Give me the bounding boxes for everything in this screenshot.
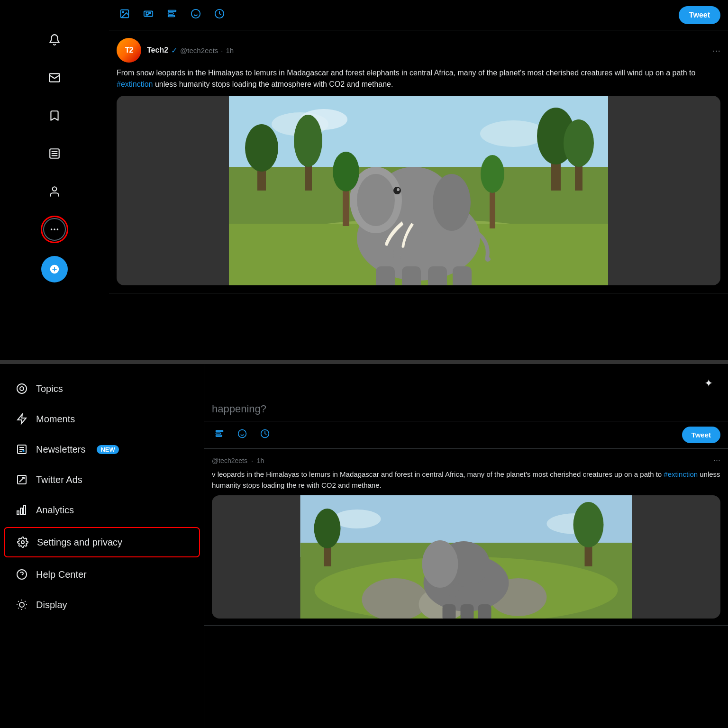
tweet-time-bottom: 1h [257,457,264,464]
gif-icon[interactable] [140,6,156,24]
main-content-bottom: ✦ happening? Tweet @tech2eets · 1h ·· [204,364,728,728]
tweet-more-bottom[interactable]: ··· [713,455,720,465]
author-row-top: Tech2 ✓ @tech2eets · 1h [147,46,234,55]
tweet-button-top[interactable]: Tweet [679,6,720,24]
moments-menu-item[interactable]: Moments [4,405,200,433]
tweet-meta-top: Tech2 ✓ @tech2eets · 1h [147,46,234,55]
compose-toolbar: Tweet [109,0,728,30]
tweet-header-top: T2 Tech2 ✓ @tech2eets · 1h ··· [117,38,720,63]
newsletters-menu-item[interactable]: Newsletters NEW [4,435,200,464]
svg-rect-14 [168,16,175,17]
svg-rect-96 [478,604,491,619]
svg-line-70 [18,608,18,608]
notification-icon[interactable] [43,28,66,51]
image-icon[interactable] [117,6,133,24]
compose-toolbar-bottom: Tweet [204,421,728,449]
display-menu-item[interactable]: Display [4,591,200,619]
svg-point-25 [245,124,278,172]
sidebar-bottom: Topics Moments Newsletters NEW Twitter A… [0,364,204,728]
bookmark-icon[interactable] [43,104,66,127]
main-content-top: Tweet T2 Tech2 ✓ @tech2eets · 1h [109,0,728,360]
svg-rect-59 [24,505,26,515]
settings-privacy-label: Settings and privacy [37,537,122,548]
display-icon [15,598,28,611]
svg-point-75 [238,430,246,438]
svg-point-46 [481,155,504,193]
settings-privacy-menu-item[interactable]: Settings and privacy [4,527,200,557]
svg-point-81 [334,510,381,528]
tweet-image-bottom [212,495,720,619]
svg-point-63 [19,602,24,607]
svg-rect-74 [216,435,222,437]
poll-icon[interactable] [164,6,180,24]
moments-icon [15,412,28,426]
avatar-tech2: T2 [117,38,141,63]
svg-point-86 [573,502,604,547]
svg-marker-51 [18,414,26,424]
tweet-card-top: T2 Tech2 ✓ @tech2eets · 1h ··· From snow… [109,30,728,293]
settings-icon [16,536,29,549]
svg-point-7 [54,228,55,230]
analytics-label: Analytics [36,505,74,516]
more-dots-button[interactable] [43,218,66,241]
hashtag-extinction-top[interactable]: #extinction [117,80,153,88]
topics-menu-item[interactable]: Topics [4,374,200,403]
list-icon[interactable] [43,142,66,165]
svg-rect-42 [402,266,421,285]
mail-icon[interactable] [43,66,66,89]
author-handle-bottom: @tech2eets [212,457,247,464]
tweet-text-bottom: v leopards in the Himalayas to lemurs in… [212,469,720,491]
newsletters-label: Newsletters [36,444,85,455]
analytics-menu-item[interactable]: Analytics [4,496,200,524]
schedule-icon[interactable] [211,6,228,24]
help-center-icon [15,568,28,581]
sidebar-top [0,0,109,360]
topics-label: Topics [36,383,63,394]
help-center-menu-item[interactable]: Help Center [4,560,200,589]
svg-rect-57 [17,511,19,515]
svg-point-10 [122,11,124,13]
sparkle-button[interactable]: ✦ [701,373,717,393]
svg-rect-13 [168,13,173,14]
top-panel: Tweet T2 Tech2 ✓ @tech2eets · 1h [0,0,728,364]
hashtag-extinction-bottom[interactable]: #extinction [664,470,698,478]
svg-point-27 [294,115,322,167]
svg-point-6 [51,228,53,230]
compose-tweet-button[interactable] [41,256,68,282]
poll-icon-bottom[interactable] [212,426,227,444]
emoji-icon-bottom[interactable] [235,426,250,444]
twitter-ads-menu-item[interactable]: Twitter Ads [4,465,200,494]
twitter-ads-label: Twitter Ads [36,474,82,485]
tweet-header-bottom: @tech2eets · 1h ··· [212,455,720,465]
newsletters-new-badge: NEW [97,445,118,454]
svg-point-38 [433,174,471,231]
svg-rect-73 [216,433,221,434]
svg-point-50 [20,387,24,391]
twitter-ads-icon [15,473,28,486]
profile-icon[interactable] [43,180,66,203]
svg-rect-94 [443,604,456,619]
svg-rect-95 [461,604,474,619]
display-label: Display [36,600,67,610]
svg-rect-12 [168,10,176,12]
emoji-icon[interactable] [188,6,204,24]
svg-point-23 [480,120,546,147]
verified-badge-top: ✓ [171,46,177,55]
tweet-card-bottom: @tech2eets · 1h ··· v leopards in the Hi… [204,449,728,626]
author-handle-top: @tech2eets [180,46,218,55]
svg-rect-58 [20,508,22,515]
bottom-panel: Topics Moments Newsletters NEW Twitter A… [0,364,728,728]
tweet-button-bottom[interactable]: Tweet [682,427,720,443]
svg-rect-72 [216,430,223,432]
tweet-sep-bottom: · [251,457,253,464]
tweet-time-top: · [221,46,223,55]
svg-point-84 [314,509,341,548]
svg-point-48 [333,152,359,191]
svg-point-93 [422,540,458,588]
schedule-icon-bottom[interactable] [257,426,273,444]
tweet-time-val-top: 1h [226,46,234,55]
svg-point-60 [21,541,24,544]
moments-label: Moments [36,414,75,425]
svg-line-66 [18,601,18,601]
tweet-more-top[interactable]: ··· [712,45,720,56]
